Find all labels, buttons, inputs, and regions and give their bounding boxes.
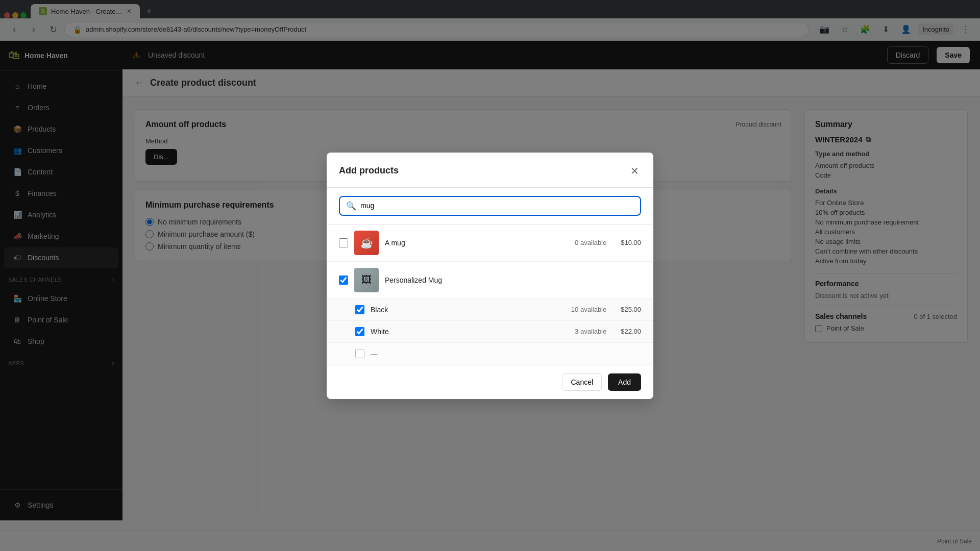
personalized-mug-name: Personalized Mug	[385, 276, 621, 284]
cancel-button[interactable]: Cancel	[562, 373, 602, 391]
white-variant-price: $22.00	[621, 328, 641, 335]
personalized-mug-thumbnail: 🖼	[354, 268, 379, 292]
a-mug-name: A mug	[385, 239, 569, 247]
black-variant-price: $25.00	[621, 306, 641, 313]
product-item-a-mug: ☕ A mug 0 available $10.00	[327, 224, 653, 262]
white-variant-name: White	[371, 328, 569, 336]
modal-footer: Cancel Add	[327, 365, 653, 399]
add-button[interactable]: Add	[608, 373, 641, 391]
search-wrapper: 🔍	[339, 196, 641, 216]
modal-title: Add products	[339, 165, 399, 176]
white-variant-availability: 3 available	[575, 328, 606, 335]
white-variant-checkbox[interactable]	[355, 327, 364, 336]
black-variant-checkbox[interactable]	[355, 305, 364, 314]
a-mug-checkbox[interactable]	[339, 238, 348, 247]
modal-overlay[interactable]: Add products ✕ 🔍 ☕ A mug 0 available $10…	[0, 0, 980, 520]
black-variant-name: Black	[371, 306, 565, 314]
black-variant-availability: 10 available	[571, 306, 606, 313]
search-icon: 🔍	[346, 201, 356, 211]
partial-variant-name: —	[371, 349, 641, 358]
variant-item-partial: —	[327, 343, 653, 365]
a-mug-availability: 0 available	[575, 239, 606, 246]
personalized-mug-checkbox[interactable]	[339, 276, 348, 285]
a-mug-thumbnail: ☕	[354, 231, 379, 255]
partial-variant-checkbox[interactable]	[355, 349, 364, 358]
a-mug-price: $10.00	[621, 239, 641, 246]
modal-close-button[interactable]: ✕	[628, 163, 641, 179]
variant-item-white: White 3 available $22.00	[327, 321, 653, 343]
product-list: ☕ A mug 0 available $10.00 🖼 Personalize…	[327, 224, 653, 365]
modal-header: Add products ✕	[327, 153, 653, 188]
product-search-input[interactable]	[360, 202, 634, 210]
product-item-personalized-mug: 🖼 Personalized Mug	[327, 262, 653, 299]
add-products-modal: Add products ✕ 🔍 ☕ A mug 0 available $10…	[327, 153, 653, 399]
variant-item-black: Black 10 available $25.00	[327, 299, 653, 321]
modal-search-area: 🔍	[327, 188, 653, 224]
